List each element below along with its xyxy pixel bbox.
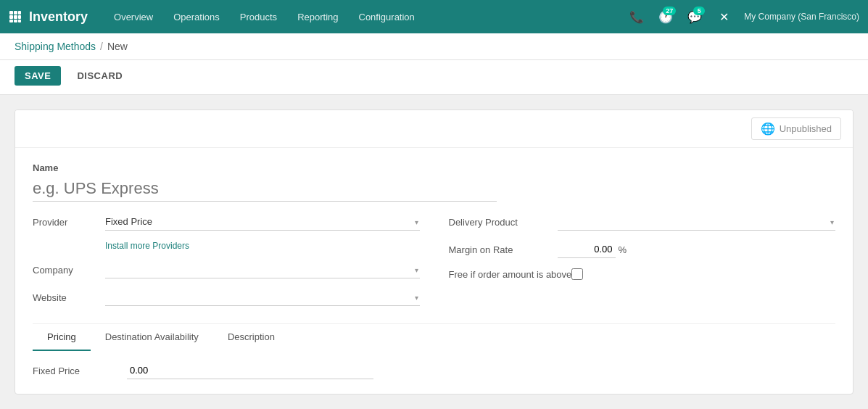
svg-rect-5 bbox=[18, 15, 21, 19]
fixed-price-input[interactable] bbox=[127, 362, 373, 379]
close-icon: ✕ bbox=[719, 10, 729, 24]
website-label: Website bbox=[33, 292, 105, 303]
action-bar: SAVE DISCARD bbox=[0, 60, 868, 95]
breadcrumb-current: New bbox=[107, 41, 128, 52]
app-brand: Inventory bbox=[29, 9, 88, 25]
activity-icon-btn[interactable]: 🕐 27 bbox=[654, 5, 677, 28]
provider-input-wrap: Fixed Price ▾ bbox=[105, 213, 420, 231]
tab-destination-availability[interactable]: Destination Availability bbox=[91, 324, 213, 351]
company-label: Company bbox=[33, 265, 105, 276]
provider-select[interactable]: Fixed Price bbox=[105, 213, 420, 231]
margin-on-rate-field-row: Margin on Rate % bbox=[449, 241, 836, 258]
nav-configuration[interactable]: Configuration bbox=[350, 6, 423, 28]
svg-rect-8 bbox=[18, 20, 21, 22]
form-left-col: Provider Fixed Price ▾ Install more Prov… bbox=[33, 213, 420, 316]
top-navigation: Inventory Overview Operations Products R… bbox=[0, 0, 868, 33]
delivery-product-label: Delivery Product bbox=[449, 217, 558, 228]
breadcrumb-separator: / bbox=[100, 41, 103, 52]
company-name: My Company (San Francisco) bbox=[744, 12, 859, 22]
margin-on-rate-label: Margin on Rate bbox=[449, 244, 558, 255]
tab-content-pricing: Fixed Price bbox=[33, 350, 835, 379]
breadcrumb: Shipping Methods / New bbox=[0, 33, 868, 60]
website-field-row: Website ▾ bbox=[33, 289, 420, 306]
form-body: Name Provider Fixed Price ▾ bbox=[15, 148, 853, 394]
nav-right-area: 📞 🕐 27 💬 5 ✕ My Company (San Francisco) bbox=[625, 5, 859, 28]
name-input[interactable] bbox=[33, 176, 497, 202]
main-content: 🌐 Unpublished Name Provider bbox=[0, 95, 868, 409]
nav-operations[interactable]: Operations bbox=[165, 6, 228, 28]
nav-overview[interactable]: Overview bbox=[105, 6, 162, 28]
provider-label: Provider bbox=[33, 217, 105, 228]
breadcrumb-parent-link[interactable]: Shipping Methods bbox=[15, 41, 96, 52]
website-select[interactable] bbox=[105, 289, 420, 306]
save-button[interactable]: SAVE bbox=[15, 66, 61, 86]
nav-menu: Overview Operations Products Reporting C… bbox=[105, 6, 625, 28]
phone-icon-btn[interactable]: 📞 bbox=[625, 5, 648, 28]
free-if-amount-checkbox[interactable] bbox=[571, 268, 583, 280]
svg-rect-4 bbox=[14, 15, 17, 19]
provider-field-row: Provider Fixed Price ▾ bbox=[33, 213, 420, 231]
form-two-col: Provider Fixed Price ▾ Install more Prov… bbox=[33, 213, 835, 316]
unpublished-button[interactable]: 🌐 Unpublished bbox=[751, 117, 841, 140]
fixed-price-row: Fixed Price bbox=[33, 362, 835, 379]
tabs-container: Pricing Destination Availability Descrip… bbox=[33, 323, 835, 379]
company-input-wrap: ▾ bbox=[105, 261, 420, 278]
svg-rect-0 bbox=[9, 11, 13, 15]
delivery-product-field-row: Delivery Product ▾ bbox=[449, 213, 836, 231]
unpublished-label: Unpublished bbox=[780, 123, 832, 134]
tabs-row: Pricing Destination Availability Descrip… bbox=[33, 324, 835, 350]
tab-description[interactable]: Description bbox=[213, 324, 289, 351]
apps-menu-icon[interactable] bbox=[9, 10, 22, 23]
form-right-col: Delivery Product ▾ Margin on Rate bbox=[449, 213, 836, 316]
close-icon-btn[interactable]: ✕ bbox=[712, 5, 735, 28]
company-select[interactable] bbox=[105, 261, 420, 278]
delivery-product-select[interactable] bbox=[558, 213, 836, 231]
tab-pricing[interactable]: Pricing bbox=[33, 324, 91, 351]
fixed-price-label: Fixed Price bbox=[33, 365, 127, 376]
website-input-wrap: ▾ bbox=[105, 289, 420, 306]
free-if-amount-field-row: Free if order amount is above bbox=[449, 268, 836, 280]
name-field-group: Name bbox=[33, 162, 835, 202]
margin-unit-label: % bbox=[619, 244, 627, 255]
messages-icon-btn[interactable]: 💬 5 bbox=[683, 5, 706, 28]
delivery-product-input-wrap: ▾ bbox=[558, 213, 836, 231]
svg-rect-6 bbox=[9, 20, 13, 22]
globe-icon: 🌐 bbox=[761, 122, 775, 136]
discard-button[interactable]: DISCARD bbox=[67, 66, 133, 86]
company-field-row: Company ▾ bbox=[33, 261, 420, 278]
name-label: Name bbox=[33, 162, 835, 173]
form-card: 🌐 Unpublished Name Provider bbox=[15, 110, 853, 394]
form-card-header: 🌐 Unpublished bbox=[15, 110, 853, 148]
phone-icon: 📞 bbox=[629, 10, 644, 24]
svg-rect-1 bbox=[14, 11, 17, 15]
svg-rect-3 bbox=[9, 15, 13, 19]
nav-products[interactable]: Products bbox=[231, 6, 286, 28]
fixed-price-input-wrap bbox=[127, 362, 373, 379]
free-if-amount-label: Free if order amount is above bbox=[449, 269, 572, 280]
install-more-providers-link[interactable]: Install more Providers bbox=[105, 241, 420, 251]
messages-badge: 5 bbox=[693, 7, 705, 15]
activity-badge: 27 bbox=[663, 7, 676, 15]
margin-on-rate-input[interactable] bbox=[558, 241, 616, 258]
margin-input-wrap: % bbox=[558, 241, 627, 258]
nav-reporting[interactable]: Reporting bbox=[289, 6, 347, 28]
svg-rect-2 bbox=[18, 11, 21, 15]
svg-rect-7 bbox=[14, 20, 17, 22]
